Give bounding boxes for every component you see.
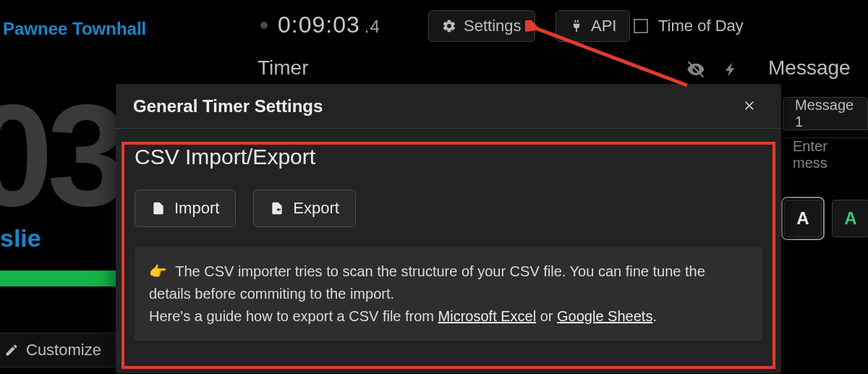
link-sheets[interactable]: Google Sheets: [557, 308, 652, 324]
top-bar: Pawnee Townhall 0:09:03.4 Settings API T…: [0, 0, 868, 51]
info-line-1: The CSV importer tries to scan the struc…: [149, 263, 705, 302]
customize-button-label: Customize: [26, 341, 101, 360]
message-input-placeholder: Enter mess: [793, 138, 827, 171]
message-tab-1[interactable]: Message 1: [783, 97, 868, 130]
time-of-day-label: Time of Day: [658, 17, 744, 35]
bolt-icon: [723, 59, 739, 80]
csv-button-row: Import Export: [135, 190, 762, 227]
modal-header: General Timer Settings: [116, 84, 781, 129]
record-indicator-dot: [260, 22, 268, 29]
file-export-icon: [270, 201, 284, 216]
settings-button[interactable]: Settings: [428, 10, 535, 42]
progress-bar: [0, 271, 116, 286]
info-or: or: [536, 308, 557, 324]
api-button-label: API: [591, 17, 616, 35]
import-button-label: Import: [174, 199, 219, 218]
flash-toggle[interactable]: [723, 59, 739, 82]
checkbox-icon: [634, 19, 648, 33]
link-excel[interactable]: Microsoft Excel: [438, 308, 537, 324]
pencil-icon: [4, 343, 19, 357]
color-option-white[interactable]: A: [784, 200, 822, 237]
message-heading: Message: [768, 56, 851, 80]
modal-title: General Timer Settings: [133, 96, 323, 116]
modal-close-button[interactable]: [736, 92, 764, 121]
message-tab-label: Message 1: [795, 97, 856, 130]
info-end: .: [652, 308, 657, 324]
timecode: 0:09:03.4: [260, 12, 380, 38]
modal-body: CSV Import/Export Import Export 👉 The CS…: [116, 129, 781, 357]
timecode-main: 0:09:03: [278, 12, 360, 38]
plug-icon: [569, 19, 584, 33]
color-option-green[interactable]: A: [832, 200, 868, 237]
project-title: Pawnee Townhall: [3, 19, 146, 39]
customize-button[interactable]: Customize: [0, 333, 116, 367]
api-button[interactable]: API: [556, 10, 630, 42]
export-button-label: Export: [293, 199, 339, 218]
import-button[interactable]: Import: [135, 190, 236, 227]
file-import-icon: [151, 201, 166, 216]
settings-button-label: Settings: [464, 17, 522, 35]
color-letter: A: [844, 208, 856, 229]
close-icon: [744, 99, 757, 112]
time-of-day-toggle[interactable]: Time of Day: [634, 10, 744, 42]
countdown-large-digits: 03: [0, 72, 122, 239]
csv-section-title: CSV Import/Export: [135, 145, 762, 169]
pointing-hand-icon: 👉: [149, 263, 167, 279]
info-line-2a: Here's a guide how to export a CSV file …: [149, 308, 438, 324]
message-input[interactable]: Enter mess: [783, 137, 868, 171]
csv-info-box: 👉 The CSV importer tries to scan the str…: [135, 247, 762, 341]
export-button[interactable]: Export: [253, 190, 356, 227]
message-color-picker: A A: [784, 200, 868, 237]
settings-modal: General Timer Settings CSV Import/Export…: [116, 84, 781, 373]
app-root: Pawnee Townhall 0:09:03.4 Settings API T…: [0, 0, 868, 374]
color-letter: A: [796, 208, 809, 229]
gear-icon: [442, 19, 456, 33]
visibility-toggle[interactable]: [686, 59, 706, 82]
speaker-name: slie: [0, 224, 41, 252]
eye-off-icon: [686, 59, 706, 80]
timer-heading: Timer: [258, 56, 309, 80]
timecode-frac: .4: [365, 17, 380, 37]
